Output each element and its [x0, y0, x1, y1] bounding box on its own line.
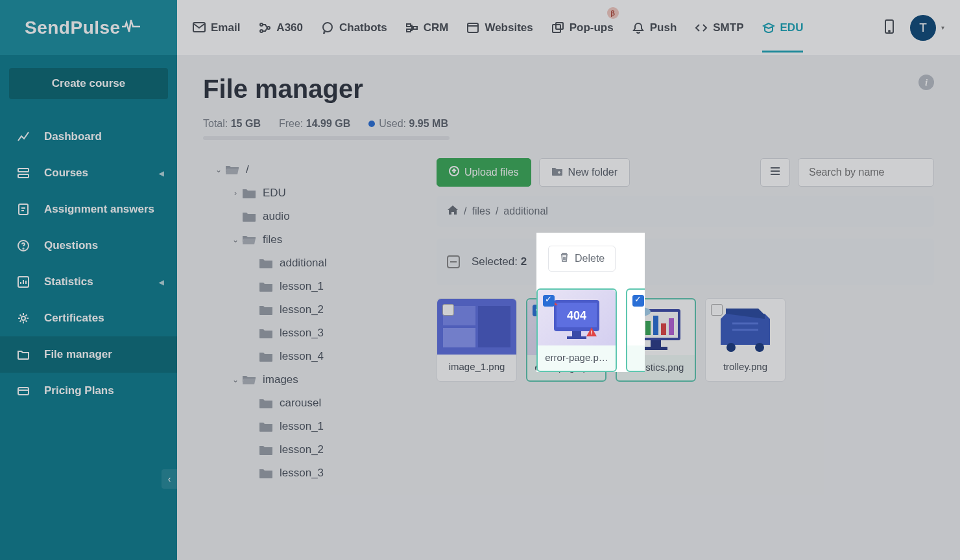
sidebar-item-file-manager[interactable]: File manager: [0, 336, 177, 373]
breadcrumb: / files / additional: [437, 196, 934, 227]
tree-item[interactable]: ·lesson_3: [203, 321, 417, 345]
tree-item[interactable]: ·lesson_2: [203, 298, 417, 321]
topnav-smtp[interactable]: SMTP: [695, 3, 743, 52]
file-checkbox[interactable]: [711, 304, 723, 316]
gear-icon: [17, 312, 30, 325]
svg-point-9: [260, 23, 263, 26]
topnav-label: Push: [650, 21, 677, 34]
topbar: Email A360 Chatbots CRM Websites Pop-ups…: [177, 0, 960, 55]
tree-item[interactable]: ·audio: [203, 205, 417, 228]
file-thumbnail: [437, 299, 516, 355]
sidebar-item-assignment-answers[interactable]: Assignment answers: [0, 191, 177, 228]
svg-rect-24: [478, 306, 510, 347]
topnav-email[interactable]: Email: [193, 3, 240, 52]
tree-item[interactable]: ⌄files: [203, 228, 417, 251]
svg-rect-13: [407, 24, 411, 27]
mobile-icon[interactable]: [884, 19, 894, 36]
home-icon[interactable]: [447, 205, 459, 218]
tree-item[interactable]: ·lesson_3: [203, 461, 417, 485]
tree-label: EDU: [263, 187, 286, 200]
sidebar-item-courses[interactable]: Courses ◀: [0, 155, 177, 191]
nav-label: Pricing Plans: [44, 384, 114, 397]
sidebar-item-questions[interactable]: Questions: [0, 228, 177, 264]
delete-button[interactable]: Delete: [538, 249, 606, 275]
topnav-popups[interactable]: Pop-ups β: [551, 3, 614, 52]
tree-item[interactable]: ·lesson_1: [203, 415, 417, 438]
file-checkbox[interactable]: [622, 305, 634, 316]
folder-icon: [259, 444, 273, 456]
file-name: trolley.png: [706, 355, 785, 375]
tree-item[interactable]: ⌄images: [203, 368, 417, 391]
info-icon[interactable]: i: [918, 75, 934, 90]
breadcrumb-item[interactable]: additional: [503, 205, 548, 217]
svg-rect-16: [468, 23, 478, 32]
avatar[interactable]: T: [910, 15, 936, 41]
sidebar-collapse-button[interactable]: ‹: [162, 469, 177, 489]
sidebar-item-certificates[interactable]: Certificates: [0, 300, 177, 336]
tree-label: carousel: [280, 397, 321, 410]
tree-label: lesson_3: [280, 467, 324, 480]
svg-rect-35: [645, 321, 651, 335]
topnav-label: SMTP: [713, 21, 743, 34]
tree-label: lesson_4: [280, 350, 324, 363]
create-course-button[interactable]: Create course: [9, 68, 168, 99]
list-view-button[interactable]: [760, 158, 790, 187]
deselect-all-checkbox[interactable]: [447, 255, 460, 268]
file-thumbnail: 404!: [527, 299, 605, 355]
file-card[interactable]: image_1.png: [437, 298, 517, 382]
svg-rect-29: [562, 341, 571, 346]
topnav-websites[interactable]: Websites: [466, 3, 533, 52]
tree-label: lesson_2: [280, 303, 324, 316]
sidebar: SendPulse Create course Dashboard Course…: [0, 0, 177, 560]
svg-point-6: [21, 316, 25, 320]
topnav-crm[interactable]: CRM: [405, 3, 449, 52]
btn-label: Upload files: [464, 167, 519, 178]
chevron-down-icon[interactable]: ⌄: [229, 235, 242, 244]
file-grid: image_1.png404!error-page.p…statistics.p…: [437, 298, 934, 382]
selected-text: Selected: 2: [472, 255, 527, 268]
breadcrumb-item[interactable]: files: [472, 205, 490, 217]
chevron-down-icon[interactable]: ⌄: [212, 165, 225, 174]
nav-label: Questions: [44, 239, 98, 252]
file-name: statistics.png: [617, 355, 695, 375]
chevron-right-icon[interactable]: ›: [229, 189, 242, 198]
tree-item[interactable]: ·carousel: [203, 391, 417, 415]
logo[interactable]: SendPulse: [0, 0, 177, 55]
tree-label: lesson_2: [280, 443, 324, 456]
sidebar-item-dashboard[interactable]: Dashboard: [0, 119, 177, 155]
sidebar-item-statistics[interactable]: Statistics ◀: [0, 264, 177, 300]
breadcrumb-sep: /: [496, 205, 498, 217]
file-card[interactable]: statistics.png: [616, 298, 696, 382]
chevron-left-icon: ◀: [159, 170, 164, 177]
topnav-chatbots[interactable]: Chatbots: [321, 3, 387, 52]
new-folder-button[interactable]: New folder: [539, 158, 630, 187]
chevron-down-icon[interactable]: ⌄: [229, 375, 242, 384]
topnav-push[interactable]: Push: [632, 3, 677, 52]
chevron-down-icon[interactable]: ▾: [941, 24, 944, 31]
upload-files-button[interactable]: Upload files: [437, 158, 531, 187]
topnav-edu[interactable]: EDU: [762, 3, 804, 52]
chevron-left-icon: ◀: [159, 279, 164, 286]
tree-item[interactable]: ·lesson_2: [203, 438, 417, 461]
sidebar-item-pricing[interactable]: Pricing Plans: [0, 373, 177, 409]
topnav-a360[interactable]: A360: [258, 3, 303, 52]
folder-tree: ⌄/›EDU·audio⌄files·additional·lesson_1·l…: [203, 158, 417, 485]
folder-icon: [242, 187, 256, 199]
tree-item[interactable]: ·lesson_1: [203, 275, 417, 298]
bell-icon: [632, 22, 645, 34]
topnav-label: Websites: [485, 21, 533, 34]
tree-item[interactable]: ·additional: [203, 251, 417, 275]
tree-item[interactable]: ›EDU: [203, 181, 417, 205]
search-input[interactable]: [798, 158, 934, 187]
file-card[interactable]: trolley.png: [705, 298, 786, 382]
folder-icon: [259, 257, 273, 269]
folder-icon: [17, 348, 30, 361]
file-checkbox[interactable]: [442, 304, 454, 316]
file-card[interactable]: 404!error-page.p…: [526, 298, 606, 382]
folder-icon: [259, 351, 273, 362]
file-checkbox[interactable]: [533, 305, 544, 316]
svg-rect-30: [557, 346, 576, 349]
tree-item[interactable]: ⌄/: [203, 158, 417, 181]
tree-item[interactable]: ·lesson_4: [203, 345, 417, 368]
storage-info: Total: 15 GB Free: 14.99 GB Used: 9.95 M…: [203, 118, 934, 130]
